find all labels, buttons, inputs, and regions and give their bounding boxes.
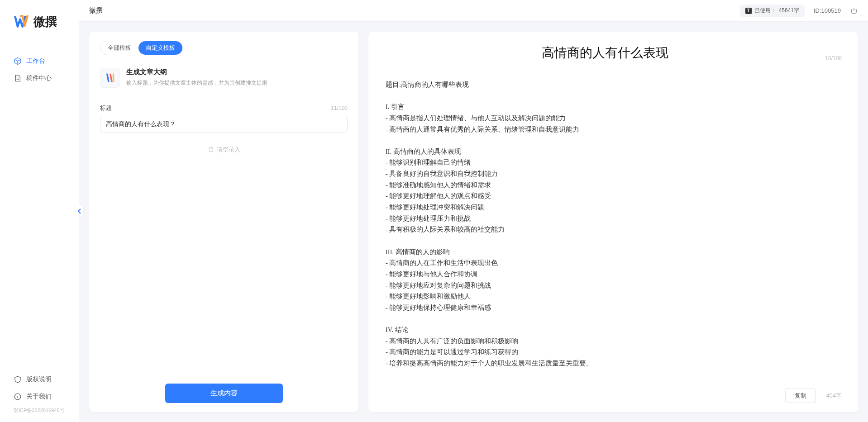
- template-tabs: 全部模板 自定义模板: [100, 41, 183, 55]
- tab-custom-template[interactable]: 自定义模板: [138, 41, 182, 55]
- main: 微撰 T 已使用：45641字 ID:100519 全部模板 自定义模板: [79, 0, 868, 422]
- usage-badge[interactable]: T 已使用：45641字: [740, 5, 805, 17]
- nav-label: 关于我们: [26, 393, 52, 401]
- result-title: 高情商的人有什么表现: [385, 44, 825, 62]
- brand-name: 微撰: [33, 14, 57, 30]
- shield-icon: [14, 375, 22, 384]
- sidebar-nav: 工作台 稿件中心: [0, 43, 79, 371]
- books-icon: [104, 71, 116, 84]
- nav-label: 版权说明: [26, 375, 52, 384]
- template-header: 生成文章大纲 输入标题，为你提供文章主体的灵感，并为其创建推文提纲: [100, 68, 348, 88]
- nav-copyright[interactable]: 版权说明: [0, 371, 79, 388]
- brand-logo[interactable]: 微撰: [0, 0, 79, 43]
- brand-logo-icon: [14, 14, 30, 30]
- title-label: 标题: [100, 104, 112, 112]
- result-header: 高情商的人有什么表现 10/100: [385, 44, 842, 68]
- topbar: 微撰 T 已使用：45641字 ID:100519: [79, 0, 868, 22]
- nav-workbench[interactable]: 工作台: [0, 52, 79, 70]
- sidebar-collapse-handle[interactable]: [76, 205, 83, 217]
- content-area: 全部模板 自定义模板 生成文章大纲 输入标题，为你提供文章主体的灵感，并为其创建…: [79, 22, 868, 422]
- tab-all-templates[interactable]: 全部模板: [100, 41, 138, 55]
- nav-label: 工作台: [26, 57, 45, 65]
- chevron-left-icon: [78, 209, 81, 214]
- form-area: 标题 11/100 请空录入: [100, 104, 348, 154]
- info-icon: [14, 393, 22, 401]
- result-body[interactable]: 题目:高情商的人有哪些表现 I. 引言 - 高情商是指人们处理情绪、与他人互动以…: [385, 68, 842, 381]
- usage-value: 45641字: [779, 7, 799, 14]
- power-icon[interactable]: [850, 7, 858, 15]
- user-id: ID:100519: [814, 7, 841, 14]
- document-icon: [14, 74, 22, 82]
- generate-button[interactable]: 生成内容: [165, 384, 283, 403]
- svg-rect-1: [209, 147, 212, 152]
- note-icon: [208, 147, 214, 153]
- template-name: 生成文章大纲: [126, 68, 267, 76]
- result-footer: 复制 404字: [385, 381, 842, 403]
- nav-label: 稿件中心: [26, 74, 52, 82]
- template-icon: [100, 68, 120, 88]
- template-description: 输入标题，为你提供文章主体的灵感，并为其创建推文提纲: [126, 79, 267, 87]
- result-title-count: 10/100: [825, 55, 842, 62]
- icp-text: 鄂ICP备2022016946号: [0, 405, 79, 417]
- cube-icon: [14, 57, 22, 65]
- title-input[interactable]: [100, 116, 348, 133]
- empty-tooltip-text: 请空录入: [217, 146, 240, 154]
- result-panel: 高情商的人有什么表现 10/100 题目:高情商的人有哪些表现 I. 引言 - …: [368, 32, 858, 412]
- empty-tooltip: 请空录入: [100, 146, 348, 154]
- copy-button[interactable]: 复制: [785, 389, 816, 403]
- usage-prefix: 已使用：: [754, 7, 776, 14]
- text-badge-icon: T: [745, 8, 752, 14]
- page-title: 微撰: [89, 6, 731, 15]
- sidebar: 微撰 工作台 稿件中心 版权说明 关于我们 鄂ICP备2022016946号: [0, 0, 79, 422]
- nav-drafts[interactable]: 稿件中心: [0, 70, 79, 87]
- title-char-count: 11/100: [331, 105, 348, 111]
- sidebar-bottom-nav: 版权说明 关于我们 鄂ICP备2022016946号: [0, 371, 79, 422]
- result-word-count: 404字: [826, 392, 842, 400]
- nav-about[interactable]: 关于我们: [0, 388, 79, 405]
- config-panel: 全部模板 自定义模板 生成文章大纲 输入标题，为你提供文章主体的灵感，并为其创建…: [89, 32, 358, 412]
